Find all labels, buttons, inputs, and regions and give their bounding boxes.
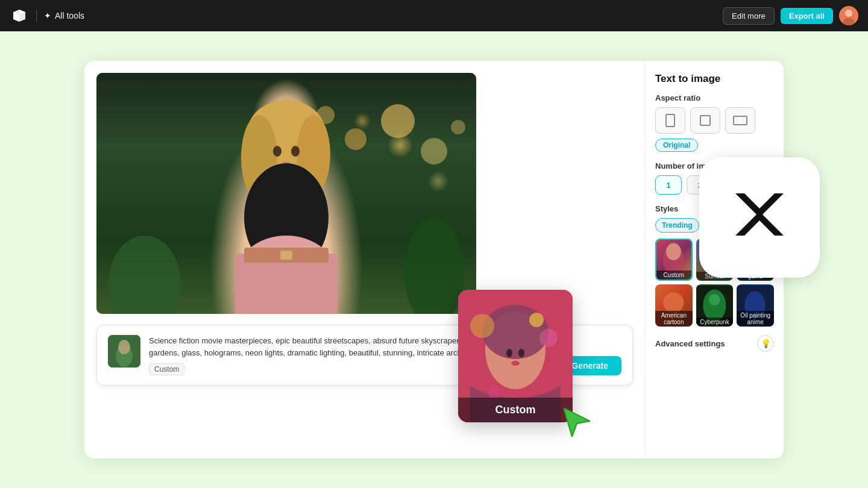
floating-custom-card[interactable]: Custom [458, 290, 573, 422]
wand-icon: ✦ [44, 11, 51, 20]
svg-point-10 [451, 120, 465, 134]
original-button[interactable]: Original [655, 139, 698, 152]
svg-point-28 [118, 340, 130, 354]
svg-point-40 [709, 294, 720, 305]
svg-point-50 [511, 361, 520, 366]
advanced-settings-row: Advanced settings 💡 [655, 335, 774, 352]
floating-custom-label: Custom [458, 398, 573, 422]
svg-point-52 [488, 386, 500, 398]
style-card-american-label: American cartoon [655, 311, 693, 327]
export-all-button[interactable]: Export all [781, 8, 833, 24]
style-card-cyberpunk-label: Cyberpunk [696, 318, 734, 327]
svg-point-16 [291, 146, 300, 157]
aspect-portrait-button[interactable] [655, 107, 685, 134]
all-tools-label: All tools [55, 11, 84, 20]
advanced-settings-label: Advanced settings [655, 339, 725, 348]
style-card-cyberpunk[interactable]: Cyberpunk [696, 284, 734, 327]
lightbulb-button[interactable]: 💡 [757, 335, 774, 352]
nav-right: Edit more Export all [723, 6, 858, 25]
svg-point-1 [845, 10, 852, 17]
svg-point-51 [529, 313, 544, 327]
style-card-custom[interactable]: Custom [655, 239, 693, 281]
svg-rect-21 [303, 187, 307, 224]
aspect-ratio-grid [655, 107, 774, 134]
edit-more-button[interactable]: Edit more [723, 7, 775, 25]
portrait-icon [665, 114, 675, 127]
svg-point-3 [108, 236, 181, 314]
svg-rect-20 [265, 187, 270, 224]
svg-point-6 [381, 104, 415, 138]
svg-point-8 [421, 138, 447, 164]
navbar: ✦ All tools Edit more Export all [0, 0, 868, 31]
logo [10, 6, 29, 25]
square-icon [700, 115, 711, 126]
svg-point-46 [470, 314, 494, 338]
aspect-landscape-button[interactable] [725, 107, 755, 134]
style-tab-trending[interactable]: Trending [655, 218, 699, 233]
style-card-custom-label: Custom [656, 271, 691, 280]
svg-point-36 [663, 292, 684, 313]
svg-point-7 [345, 128, 366, 150]
woman-figure [96, 73, 476, 314]
card-container: Science fiction movie masterpieces, epic… [84, 61, 784, 458]
aspect-ratio-label: Aspect ratio [655, 93, 774, 102]
all-tools-nav[interactable]: ✦ All tools [44, 11, 84, 20]
svg-point-31 [666, 243, 681, 260]
prompt-thumbnail [108, 335, 140, 368]
svg-point-49 [518, 349, 524, 357]
panel-title: Text to image [655, 73, 774, 85]
style-card-american-cartoon[interactable]: American cartoon [655, 284, 693, 327]
custom-card-bg: Custom [458, 290, 573, 422]
main-photo [96, 73, 476, 314]
capcut-logo-overlay [699, 157, 820, 278]
prompt-tag-custom[interactable]: Custom [149, 363, 184, 375]
num-1-button[interactable]: 1 [655, 175, 682, 195]
svg-point-47 [539, 329, 558, 347]
svg-point-48 [506, 349, 512, 357]
svg-marker-53 [564, 408, 590, 437]
style-card-oil-painting[interactable]: Oil painting anime [737, 284, 774, 327]
main-content: Science fiction movie masterpieces, epic… [0, 31, 868, 488]
avatar[interactable] [839, 6, 858, 25]
svg-rect-25 [280, 251, 292, 260]
landscape-icon [733, 116, 747, 125]
cursor-pointer [564, 408, 590, 439]
aspect-square-button[interactable] [690, 107, 720, 134]
svg-point-15 [273, 146, 281, 157]
style-card-oil-label: Oil painting anime [737, 311, 774, 327]
nav-divider [36, 10, 37, 22]
svg-point-4 [404, 217, 464, 314]
